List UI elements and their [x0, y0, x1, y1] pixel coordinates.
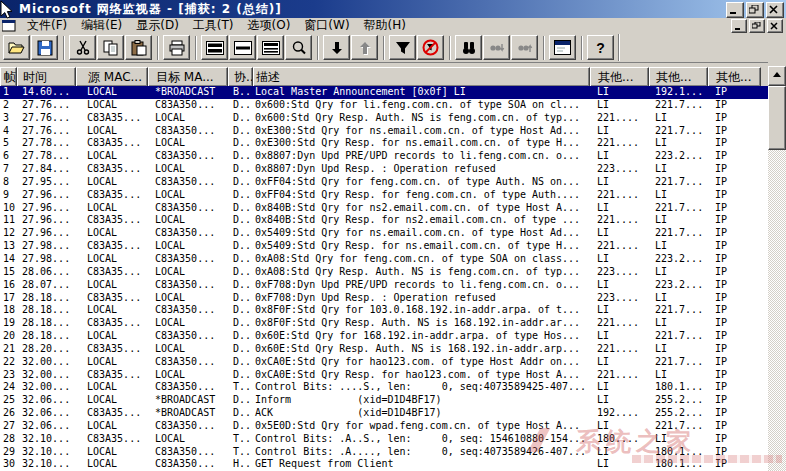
table-row[interactable]: 1828.18...LOCALC83A350...D...0x8F0F:Std … [0, 304, 768, 317]
table-cell: 30 [0, 458, 17, 471]
table-row[interactable]: 1728.18...C83A35...LOCALD...0xF708:Dyn U… [0, 292, 768, 305]
table-row[interactable]: 827.95...LOCALC83A350...D...0xFF04:Std Q… [0, 176, 768, 189]
table-cell: 0x60E:Std Qry Resp. Auth. NS is 168.192.… [253, 343, 590, 356]
help-button[interactable]: ? [587, 35, 614, 60]
restore-icon [749, 5, 759, 14]
child-minimize-button[interactable] [731, 19, 747, 33]
table-cell: 22 [0, 356, 17, 369]
column-header[interactable]: 其他... [708, 67, 761, 87]
copy-button[interactable] [97, 35, 124, 60]
close-button[interactable] [766, 2, 784, 18]
table-cell: D... [228, 279, 253, 292]
table-row[interactable]: 227.76...LOCALC83A350...D...0x600:Std Qr… [0, 99, 768, 112]
table-row[interactable]: 3032.10...LOCALC83A350...H...GET Request… [0, 458, 768, 471]
restore-icon [752, 22, 761, 30]
table-row[interactable]: 2232.00...LOCALC83A350...D...0xCA0E:Std … [0, 356, 768, 369]
table-cell: 180.1... [649, 381, 708, 394]
table-row[interactable]: 1928.18...C83A35...LOCALD...0x8F0F:Std Q… [0, 317, 768, 330]
table-cell: 32.00... [17, 356, 76, 369]
table-cell: 223.... [590, 292, 649, 305]
column-header[interactable]: 目标 MA... [148, 67, 228, 87]
table-row[interactable]: 1628.07...LOCALC83A350...D...0xF708:Dyn … [0, 279, 768, 292]
table-cell: 32.00... [17, 381, 76, 394]
menu-item[interactable]: 显示(D) [129, 18, 186, 33]
table-row[interactable]: 1127.96...C83A35...LOCALD...0x840B:Std Q… [0, 214, 768, 227]
table-row[interactable]: 114.60...LOCAL*BROADCASTB...Local Master… [0, 86, 768, 99]
menu-item[interactable]: 文件(F) [20, 18, 74, 33]
zoom-pane-button[interactable] [285, 35, 312, 60]
table-row[interactable]: 927.96...C83A35...LOCALD...0xFF04:Std Qr… [0, 189, 768, 202]
table-row[interactable]: 1528.06...C83A35...LOCALD...0xA08:Std Qr… [0, 266, 768, 279]
toggle-hex-pane-button[interactable] [257, 35, 284, 60]
menu-item[interactable]: 工具(T) [186, 18, 241, 33]
menu-item[interactable]: 选项(O) [241, 18, 298, 33]
scroll-up-button[interactable] [768, 66, 786, 86]
table-row[interactable]: 2532.06...LOCAL*BROADCASTD...Inform (xid… [0, 394, 768, 407]
table-cell: LOCAL [148, 343, 228, 356]
table-row[interactable]: 527.78...C83A35...LOCALD...0xE300:Std Qr… [0, 137, 768, 150]
find-button[interactable] [455, 35, 482, 60]
column-header[interactable]: 其他... [649, 67, 708, 87]
column-header[interactable]: 帧 [0, 67, 17, 87]
table-cell: D... [228, 292, 253, 305]
document-window-icon[interactable] [2, 20, 16, 32]
toggle-summary-pane-button[interactable] [201, 35, 228, 60]
table-cell: IP [708, 137, 761, 150]
table-cell: LOCAL [148, 112, 228, 125]
table-row[interactable]: 1227.96...LOCALC83A350...D...0x5409:Std … [0, 227, 768, 240]
print-button[interactable] [163, 35, 190, 60]
table-row[interactable]: 2028.18...LOCALC83A350...D...0x60E:Std Q… [0, 330, 768, 343]
child-restore-button[interactable] [749, 19, 765, 33]
next-frame-button[interactable] [323, 35, 350, 60]
cut-button[interactable] [69, 35, 96, 60]
paste-button[interactable] [125, 35, 152, 60]
title-bar: Microsoft 网络监视器 - [捕获: 2 (总结)] [0, 0, 786, 18]
no-filter-button[interactable] [417, 35, 444, 60]
table-cell: 0xE300:Std Qry Resp. for ns.email.com.cn… [253, 137, 590, 150]
column-header[interactable]: 其他... [590, 67, 649, 87]
column-header[interactable]: 源 MAC... [76, 67, 148, 87]
prev-frame-button[interactable] [351, 35, 378, 60]
properties-button[interactable] [549, 35, 576, 60]
table-row[interactable]: 2128.20...C83A35...LOCALD...0x60E:Std Qr… [0, 343, 768, 356]
table-row[interactable]: 727.84...C83A35...LOCALD...0x8807:Dyn Up… [0, 163, 768, 176]
table-row[interactable]: 2832.10...C83A35...LOCALT...Control Bits… [0, 433, 768, 446]
column-header[interactable]: 描述 [253, 67, 590, 87]
scrollbar-thumb[interactable] [768, 86, 786, 150]
menu-item[interactable]: 编辑(E) [74, 18, 129, 33]
table-row[interactable]: 2332.00...C83A35...LOCALD...0xCA0E:Std Q… [0, 369, 768, 382]
table-row[interactable]: 2932.10...LOCALC83A350...T...Control Bit… [0, 446, 768, 459]
properties-window-icon [554, 40, 571, 55]
magnifier-icon [291, 40, 307, 56]
column-header[interactable]: 协.. [228, 67, 253, 87]
table-cell: 221.7... [649, 420, 708, 433]
table-row[interactable]: 627.78...LOCALC83A350...D...0x8807:Dyn U… [0, 150, 768, 163]
table-row[interactable]: 1327.98...C83A35...LOCALD...0x5409:Std Q… [0, 240, 768, 253]
table-cell: LI [590, 176, 649, 189]
table-cell: C83A350... [148, 446, 228, 459]
child-close-button[interactable] [767, 19, 783, 33]
table-cell: 10 [0, 202, 17, 215]
column-header[interactable]: 时间 [17, 67, 76, 87]
find-next-button[interactable] [483, 35, 510, 60]
table-row[interactable]: 2632.06...C83A35...*BROADCASTD...ACK (xi… [0, 407, 768, 420]
menu-item[interactable]: 帮助(H) [357, 18, 413, 33]
table-row[interactable]: 2732.06...LOCALC83A350...D...0x5E0D:Std … [0, 420, 768, 433]
menu-item[interactable]: 窗口(W) [297, 18, 356, 33]
table-row[interactable]: 427.76...LOCALC83A350...D...0xE300:Std Q… [0, 125, 768, 138]
table-cell: *BROADCAST [148, 86, 228, 99]
restore-button[interactable] [746, 2, 764, 18]
table-row[interactable]: 327.76...C83A35...LOCALD...0x600:Std Qry… [0, 112, 768, 125]
toggle-detail-pane-button[interactable] [229, 35, 256, 60]
save-button[interactable] [31, 35, 58, 60]
minimize-button[interactable] [726, 2, 744, 18]
table-cell: D... [228, 112, 253, 125]
table-cell: D... [228, 369, 253, 382]
table-cell: LI [590, 458, 649, 471]
table-row[interactable]: 1427.98...LOCALC83A350...D...0xA08:Std Q… [0, 253, 768, 266]
filter-button[interactable] [389, 35, 416, 60]
table-row[interactable]: 2432.00...LOCALC83A350...T...Control Bit… [0, 381, 768, 394]
table-row[interactable]: 1027.96...LOCALC83A350...D...0x840B:Std … [0, 202, 768, 215]
open-button[interactable] [3, 35, 30, 60]
find-prev-button[interactable] [511, 35, 538, 60]
